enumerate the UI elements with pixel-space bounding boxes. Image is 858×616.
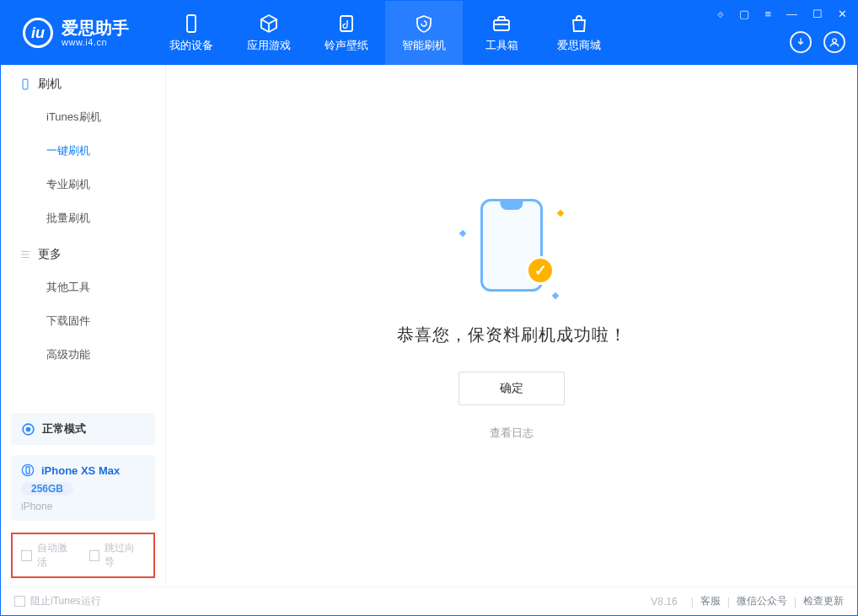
briefcase-icon [491, 13, 512, 34]
device-type: iPhone [21, 501, 145, 512]
version-label: V8.16 [651, 596, 677, 608]
svg-rect-0 [187, 15, 196, 32]
tab-label: 铃声壁纸 [324, 38, 368, 53]
checkbox-icon [14, 596, 25, 607]
sidebar-group-flash: 刷机 [1, 65, 165, 100]
tab-ringtones[interactable]: 铃声壁纸 [308, 1, 385, 65]
link-update[interactable]: 检查更新 [803, 594, 844, 608]
tab-label: 应用游戏 [247, 38, 291, 53]
phone-icon [181, 13, 201, 34]
phone-icon [21, 463, 35, 477]
svg-rect-4 [23, 79, 28, 89]
sidebar-item-oneclick-flash[interactable]: 一键刷机 [1, 134, 165, 168]
sidebar-group-more: 更多 [1, 235, 165, 271]
success-headline: 恭喜您，保资料刷机成功啦！ [397, 324, 627, 346]
device-storage: 256GB [21, 482, 73, 495]
sync-icon [21, 422, 35, 437]
logo-icon: iu [23, 18, 53, 48]
settings-icon[interactable]: ⟐ [714, 6, 727, 22]
nav-tabs: 我的设备 应用游戏 铃声壁纸 智能刷机 工具箱 爱思商城 [153, 1, 618, 65]
options-highlight-box: 自动激活 跳过向导 [11, 533, 155, 578]
link-wechat[interactable]: 微信公众号 [737, 594, 787, 608]
svg-point-3 [833, 39, 837, 43]
footer-right: V8.16 | 客服 | 微信公众号 | 检查更新 [651, 594, 844, 608]
cube-icon [259, 13, 279, 34]
group-title-label: 刷机 [38, 77, 62, 92]
body: 刷机 iTunes刷机 一键刷机 专业刷机 批量刷机 更多 其他工具 下载固件 … [1, 65, 857, 587]
refresh-shield-icon [414, 13, 434, 34]
skin-icon[interactable]: ▢ [736, 6, 753, 22]
svg-rect-2 [494, 20, 509, 30]
bag-icon [569, 13, 589, 34]
download-button[interactable] [790, 31, 812, 53]
maximize-button[interactable]: ☐ [809, 6, 826, 22]
main-content: ✓ 恭喜您，保资料刷机成功啦！ 确定 查看日志 [166, 65, 857, 587]
tab-toolbox[interactable]: 工具箱 [463, 1, 540, 65]
logo[interactable]: iu 爱思助手 www.i4.cn [1, 1, 153, 65]
checkbox-skip-guide[interactable]: 跳过向导 [89, 541, 146, 570]
device-name: iPhone XS Max [41, 464, 120, 477]
svg-point-6 [22, 464, 33, 475]
device-icon [19, 78, 31, 90]
app-name: 爱思助手 [62, 19, 129, 37]
svg-rect-1 [341, 16, 352, 31]
tab-label: 爱思商城 [557, 38, 601, 53]
sidebar-item-other-tools[interactable]: 其他工具 [1, 271, 165, 304]
sidebar-item-pro-flash[interactable]: 专业刷机 [1, 168, 165, 201]
checkbox-label: 自动激活 [37, 541, 78, 570]
sidebar-item-itunes-flash[interactable]: iTunes刷机 [1, 100, 165, 134]
sidebar-item-batch-flash[interactable]: 批量刷机 [1, 201, 165, 235]
app-header: iu 爱思助手 www.i4.cn 我的设备 应用游戏 铃声壁纸 智能刷机 工具… [1, 1, 857, 65]
download-icon [795, 36, 807, 48]
mode-label: 正常模式 [42, 421, 86, 437]
status-bar: 阻止iTunes运行 V8.16 | 客服 | 微信公众号 | 检查更新 [1, 587, 857, 615]
view-log-link[interactable]: 查看日志 [490, 426, 534, 441]
person-icon [829, 36, 840, 48]
tab-label: 智能刷机 [402, 38, 446, 53]
ok-button[interactable]: 确定 [458, 372, 565, 405]
tab-label: 我的设备 [169, 38, 213, 53]
group-title-label: 更多 [38, 247, 62, 262]
account-button[interactable] [823, 31, 845, 53]
tab-label: 工具箱 [485, 38, 518, 53]
checkbox-block-itunes[interactable]: 阻止iTunes运行 [14, 594, 101, 608]
svg-rect-7 [26, 467, 29, 474]
sidebar-item-download-firmware[interactable]: 下载固件 [1, 304, 165, 338]
sidebar: 刷机 iTunes刷机 一键刷机 专业刷机 批量刷机 更多 其他工具 下载固件 … [1, 65, 166, 587]
checkbox-icon [21, 550, 32, 561]
checkbox-auto-activate[interactable]: 自动激活 [21, 541, 78, 570]
music-file-icon [336, 13, 357, 34]
app-url: www.i4.cn [62, 37, 129, 47]
device-card[interactable]: iPhone XS Max 256GB iPhone [11, 455, 155, 521]
checkbox-icon [89, 550, 100, 561]
device-mode-box[interactable]: 正常模式 [11, 413, 155, 445]
checkbox-label: 阻止iTunes运行 [30, 594, 101, 608]
minimize-button[interactable]: — [783, 6, 801, 22]
list-icon [19, 249, 31, 260]
tab-my-device[interactable]: 我的设备 [153, 1, 230, 65]
tab-store[interactable]: 爱思商城 [540, 1, 618, 65]
sidebar-item-advanced[interactable]: 高级功能 [1, 338, 165, 372]
tab-apps-games[interactable]: 应用游戏 [230, 1, 308, 65]
checkbox-label: 跳过向导 [105, 541, 145, 570]
tab-smart-flash[interactable]: 智能刷机 [385, 1, 463, 65]
close-button[interactable]: ✕ [834, 6, 850, 22]
window-controls: ⟐ ▢ ≡ — ☐ ✕ [714, 6, 850, 22]
link-service[interactable]: 客服 [700, 594, 721, 608]
menu-icon[interactable]: ≡ [761, 6, 775, 22]
success-illustration: ✓ [457, 190, 566, 300]
check-badge-icon: ✓ [526, 256, 555, 285]
header-actions [790, 31, 845, 53]
